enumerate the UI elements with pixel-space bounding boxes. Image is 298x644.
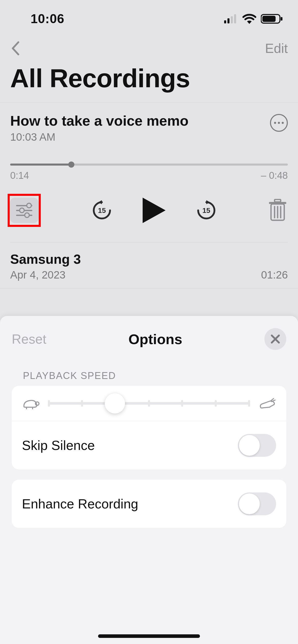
list-item-title: Samsung 3: [10, 252, 288, 267]
slider-thumb[interactable]: [105, 393, 125, 414]
enhance-card: Enhance Recording: [12, 480, 286, 528]
annotation-highlight: [8, 194, 41, 227]
skip-forward-15-button[interactable]: 15: [196, 200, 216, 221]
play-button[interactable]: [143, 198, 166, 223]
cellular-icon: [224, 14, 238, 23]
home-indicator[interactable]: [98, 634, 200, 638]
delete-button[interactable]: [267, 199, 288, 222]
recording-detail: How to take a voice memo 10:03 AM 0:14 –…: [0, 103, 298, 242]
status-time: 10:06: [31, 11, 64, 26]
screen: 10:06 Edit All Rec: [0, 0, 298, 644]
close-icon: [270, 334, 280, 344]
svg-rect-5: [262, 16, 276, 22]
svg-text:15: 15: [98, 207, 106, 214]
skip-silence-toggle[interactable]: [238, 434, 276, 457]
page-title: All Recordings: [0, 64, 298, 103]
list-item-date: Apr 4, 2023: [10, 269, 65, 281]
svg-marker-9: [143, 198, 166, 223]
sliders-icon: [16, 205, 32, 206]
more-button[interactable]: [270, 114, 288, 132]
svg-rect-6: [281, 17, 282, 21]
svg-rect-14: [275, 199, 281, 202]
status-bar: 10:06: [0, 0, 298, 31]
skip-back-15-button[interactable]: 15: [92, 200, 112, 221]
options-button[interactable]: [10, 198, 38, 223]
list-item-duration: 01:26: [261, 269, 288, 281]
svg-text:15: 15: [202, 207, 210, 214]
back-button[interactable]: [10, 41, 20, 56]
section-label-speed: PLAYBACK SPEED: [0, 363, 298, 386]
recording-list-item[interactable]: Samsung 3 Apr 4, 2023 01:26: [0, 242, 298, 288]
svg-rect-0: [224, 20, 226, 23]
playback-speed-slider[interactable]: [49, 402, 249, 405]
skip-silence-label: Skip Silence: [22, 438, 95, 453]
svg-rect-2: [231, 16, 233, 23]
playback-controls: 15 15: [10, 181, 288, 242]
sheet-title: Options: [128, 331, 182, 347]
edit-button[interactable]: Edit: [265, 41, 288, 56]
remaining-time: – 0:48: [261, 170, 288, 181]
elapsed-time: 0:14: [10, 170, 29, 181]
status-icons: [224, 14, 283, 24]
recording-title: How to take a voice memo: [10, 112, 188, 129]
battery-icon: [261, 14, 283, 24]
hare-icon: [258, 397, 276, 410]
svg-rect-1: [227, 18, 229, 23]
tortoise-icon: [22, 397, 40, 410]
wifi-icon: [242, 14, 256, 24]
recording-subtitle: 10:03 AM: [10, 131, 188, 143]
reset-button[interactable]: Reset: [12, 331, 46, 347]
svg-rect-3: [234, 14, 236, 23]
enhance-recording-toggle[interactable]: [238, 492, 276, 515]
speed-card: Skip Silence: [12, 386, 286, 470]
enhance-recording-label: Enhance Recording: [22, 496, 138, 511]
close-button[interactable]: [264, 328, 286, 350]
playback-scrubber[interactable]: 0:14 – 0:48: [10, 164, 288, 181]
nav-row: Edit: [0, 31, 298, 64]
options-sheet: Reset Options PLAYBACK SPEED: [0, 316, 298, 644]
